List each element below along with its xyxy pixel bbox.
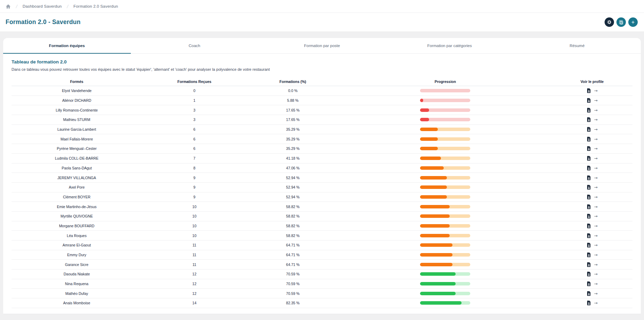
progress-fill (420, 176, 447, 180)
profile-document-icon[interactable] (587, 233, 591, 238)
cell-progression (339, 282, 552, 285)
tab-formation-equipes[interactable]: Formation équipes (3, 38, 131, 53)
cell-profile: → (552, 108, 632, 113)
profile-document-icon[interactable] (587, 146, 591, 151)
profile-document-icon[interactable] (587, 88, 591, 93)
profile-document-icon[interactable] (587, 281, 591, 286)
cell-profile: → (552, 175, 632, 180)
cell-received: 6 (142, 146, 247, 151)
cell-received: 11 (142, 253, 247, 257)
cell-progression (339, 118, 552, 121)
arrow-right-icon[interactable]: → (594, 176, 598, 180)
arrow-right-icon[interactable]: → (594, 224, 598, 228)
arrow-right-icon[interactable]: → (594, 301, 598, 305)
progress-fill (420, 128, 438, 131)
arrow-right-icon[interactable]: → (594, 166, 598, 170)
tab-coach[interactable]: Coach (131, 38, 259, 53)
table-row: Mathieu STURM 3 17.65 % → (12, 115, 632, 125)
home-icon[interactable] (6, 4, 11, 9)
progress-fill (420, 214, 450, 218)
arrow-right-icon[interactable]: → (594, 89, 598, 93)
cell-profile: → (552, 127, 632, 132)
arrow-right-icon[interactable]: → (594, 272, 598, 276)
progress-fill (420, 108, 429, 112)
table-row: Emmy Dury 11 64.71 % → (12, 250, 632, 260)
cell-progression (339, 99, 552, 102)
arrow-right-icon[interactable]: → (594, 195, 598, 199)
cell-progression (339, 205, 552, 208)
column-header-progression: Progression (339, 79, 552, 84)
cell-name: Lilly Romanos-Continente (12, 108, 142, 112)
progress-fill (420, 185, 447, 189)
cell-profile: → (552, 137, 632, 142)
export-report-button[interactable] (616, 17, 626, 27)
cell-name: Morgane BOUFFARD (12, 224, 142, 228)
arrow-right-icon[interactable]: → (594, 205, 598, 209)
arrow-right-icon[interactable]: → (594, 117, 598, 122)
table-row: Léa Roques 10 58.82 % → (12, 231, 632, 241)
profile-document-icon[interactable] (587, 175, 591, 180)
profile-document-icon[interactable] (587, 300, 591, 305)
profile-document-icon[interactable] (587, 98, 591, 103)
profile-document-icon[interactable] (587, 223, 591, 228)
breadcrumb-item-formation[interactable]: Formation 2.0 Saverdun (74, 4, 118, 8)
arrow-right-icon[interactable]: → (594, 185, 598, 189)
add-button[interactable]: + (628, 17, 638, 27)
profile-document-icon[interactable] (587, 137, 591, 142)
profile-document-icon[interactable] (587, 214, 591, 219)
breadcrumb-item-dashboard[interactable]: Dashboard Saverdun (23, 4, 62, 8)
settings-button[interactable] (605, 17, 614, 27)
cell-progression (339, 243, 552, 247)
arrow-right-icon[interactable]: → (594, 137, 598, 141)
table-row: Pyrène Mengual--Cester 6 35.29 % → (12, 144, 632, 154)
arrow-right-icon[interactable]: → (594, 108, 598, 112)
tab-formation-par-categories[interactable]: Formation par catégories (386, 38, 514, 53)
arrow-right-icon[interactable]: → (594, 234, 598, 238)
cell-received: 11 (142, 262, 247, 267)
cell-percent: 41.18 % (247, 156, 339, 160)
cell-name: Emmy Dury (12, 253, 142, 257)
profile-document-icon[interactable] (587, 195, 591, 199)
table-row: Elyot Vandehende 0 0.0 % → (12, 86, 632, 96)
profile-document-icon[interactable] (587, 108, 591, 113)
column-header-formations-pct: Formations (%) (247, 79, 339, 84)
progress-track (420, 234, 470, 237)
progress-fill (420, 263, 452, 266)
profile-document-icon[interactable] (587, 243, 591, 247)
profile-document-icon[interactable] (587, 291, 591, 296)
profile-document-icon[interactable] (587, 252, 591, 257)
arrow-right-icon[interactable]: → (594, 98, 598, 102)
profile-document-icon[interactable] (587, 156, 591, 161)
progress-track (420, 137, 470, 141)
cell-progression (339, 253, 552, 257)
cell-percent: 52.94 % (247, 176, 339, 180)
gear-icon (607, 20, 612, 25)
progress-track (420, 147, 470, 150)
tab-formation-par-poste[interactable]: Formation par poste (258, 38, 386, 53)
progress-fill (420, 243, 452, 247)
arrow-right-icon[interactable]: → (594, 156, 598, 160)
cell-name: Aliénor DICHARD (12, 98, 142, 102)
tab-resume[interactable]: Résumé (513, 38, 641, 53)
profile-document-icon[interactable] (587, 117, 591, 122)
arrow-right-icon[interactable]: → (594, 253, 598, 257)
arrow-right-icon[interactable]: → (594, 262, 598, 267)
table-row: Morgane BOUFFARD 10 58.82 % → (12, 221, 632, 231)
cell-progression (339, 195, 552, 199)
cell-name: Mathéo Dufay (12, 291, 142, 296)
column-header-formes: Formés (12, 79, 142, 84)
table-body: Elyot Vandehende 0 0.0 % → Aliénor DICHA… (12, 86, 632, 308)
profile-document-icon[interactable] (587, 272, 591, 276)
profile-document-icon[interactable] (587, 127, 591, 132)
profile-document-icon[interactable] (587, 166, 591, 170)
profile-document-icon[interactable] (587, 262, 591, 267)
cell-profile: → (552, 146, 632, 151)
profile-document-icon[interactable] (587, 204, 591, 209)
arrow-right-icon[interactable]: → (594, 214, 598, 218)
arrow-right-icon[interactable]: → (594, 291, 598, 296)
arrow-right-icon[interactable]: → (594, 127, 598, 131)
arrow-right-icon[interactable]: → (594, 243, 598, 247)
profile-document-icon[interactable] (587, 185, 591, 190)
arrow-right-icon[interactable]: → (594, 146, 598, 151)
arrow-right-icon[interactable]: → (594, 282, 598, 286)
